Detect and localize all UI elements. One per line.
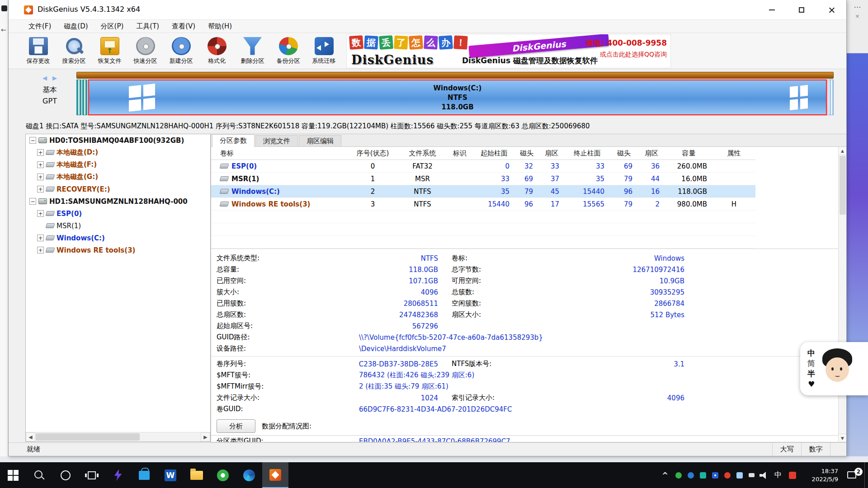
col-header[interactable]: 终止柱面: [565, 149, 610, 158]
pinned-app-green-browser[interactable]: [210, 462, 236, 488]
table-row-msr[interactable]: MSR(1) 1 MSR 33 69 37 35 79 44 16.0MB: [211, 173, 755, 185]
tree-item-esp[interactable]: ESP(0): [26, 207, 210, 220]
format-button[interactable]: 格式化: [199, 34, 235, 68]
scroll-up-arrow-icon[interactable]: [839, 147, 846, 155]
tree-item-windows-c[interactable]: Windows(C:): [26, 232, 210, 244]
tab-browse-files[interactable]: 浏览文件: [255, 135, 298, 146]
volume-tray-icon[interactable]: [758, 462, 770, 488]
expand-toggle-icon[interactable]: [37, 210, 44, 217]
maximize-button[interactable]: [787, 0, 816, 20]
scrollbar-thumb[interactable]: [840, 156, 846, 215]
table-row-esp[interactable]: ESP(0) 0 FAT32 0 32 33 33 69 36 260.0MB: [211, 160, 755, 173]
tab-partition-params[interactable]: 分区参数: [212, 134, 255, 147]
col-header[interactable]: 属性: [712, 149, 755, 158]
taskbar-app-diskgenius[interactable]: [262, 462, 288, 488]
msr-partition-segment[interactable]: [82, 80, 87, 115]
prev-disk-arrow-icon[interactable]: [40, 75, 50, 81]
col-header[interactable]: 磁头: [610, 149, 638, 158]
pinned-app-lightning[interactable]: [105, 462, 131, 488]
col-header[interactable]: 磁头: [515, 149, 538, 158]
pinned-app-store[interactable]: [131, 462, 157, 488]
tray-icon-3[interactable]: [697, 462, 709, 488]
system-migration-button[interactable]: 系统迁移: [306, 34, 342, 68]
table-row-windows-c[interactable]: Windows(C:) 2 NTFS 35 79 45 15440 96 16 …: [211, 185, 755, 198]
pinned-app-edge[interactable]: [236, 462, 262, 488]
ime-sticker-widget[interactable]: 中 简 半 ♥: [800, 342, 868, 395]
expand-toggle-icon[interactable]: [37, 174, 44, 180]
backup-partition-button[interactable]: 备份分区: [270, 34, 306, 68]
tree-item-hd1[interactable]: HD1:SAMSUNGMZNLN128HAHQ-000: [26, 195, 210, 207]
col-header[interactable]: 序号(状态): [347, 149, 399, 158]
task-view-button[interactable]: [79, 462, 105, 488]
col-header[interactable]: 容量: [665, 149, 712, 158]
search-partition-button[interactable]: 搜索分区: [56, 34, 92, 68]
quick-partition-button[interactable]: 快速分区: [127, 34, 163, 68]
col-header[interactable]: 扇区: [538, 149, 565, 158]
expand-toggle-icon[interactable]: [37, 235, 44, 241]
tree-item-windows-re[interactable]: Windows RE tools(3): [26, 244, 210, 256]
analyze-button[interactable]: 分析: [217, 419, 255, 433]
esp-partition-segment[interactable]: [76, 80, 81, 115]
col-header[interactable]: 文件系统: [399, 149, 446, 158]
col-header[interactable]: 卷标: [211, 149, 347, 158]
expand-toggle-icon[interactable]: [37, 186, 44, 192]
menu-tools[interactable]: 工具(T): [130, 20, 165, 33]
recover-files-button[interactable]: 恢复文件: [92, 34, 127, 68]
taskbar-clock[interactable]: 18:37 2022/5/9: [803, 467, 838, 483]
action-center-button[interactable]: 2: [843, 462, 864, 488]
menu-disk[interactable]: 磁盘(D): [57, 20, 94, 33]
tree-item-local-d[interactable]: 本地磁盘(D:): [26, 146, 210, 159]
expand-toggle-icon[interactable]: [37, 247, 44, 253]
ad-banner[interactable]: 数 据 丢 了 怎 么 办 ！ DiskGenius DiskGenius 致电…: [346, 34, 671, 68]
tray-icon-6[interactable]: [733, 462, 745, 488]
start-button[interactable]: [0, 462, 26, 488]
expand-toggle-icon[interactable]: [37, 149, 44, 156]
scroll-down-arrow-icon[interactable]: [839, 434, 846, 442]
save-changes-button[interactable]: 保存更改: [20, 34, 56, 68]
next-disk-arrow-icon[interactable]: [50, 75, 60, 81]
tab-sector-edit[interactable]: 扇区编辑: [299, 135, 341, 146]
vertical-scrollbar[interactable]: [838, 147, 846, 442]
tree-horizontal-scrollbar[interactable]: [26, 432, 210, 441]
tray-icon-1[interactable]: [672, 462, 684, 488]
menu-file[interactable]: 文件(F): [22, 20, 57, 33]
pinned-app-file-explorer[interactable]: [184, 462, 210, 488]
table-row-windows-re[interactable]: Windows RE tools(3) 3 NTFS 15440 96 17 1…: [211, 198, 755, 211]
menu-view[interactable]: 查看(V): [165, 20, 202, 33]
tree-item-recovery-e[interactable]: RECOVERY(E:): [26, 183, 210, 195]
tree-item-local-f[interactable]: 本地磁盘(F:): [26, 159, 210, 171]
menu-partition[interactable]: 分区(P): [94, 20, 130, 33]
col-header[interactable]: 起始柱面: [473, 149, 515, 158]
windows-c-partition-segment[interactable]: Windows(C:) NTFS 118.0GB: [88, 80, 827, 115]
re-tools-partition-segment[interactable]: [828, 80, 834, 115]
close-button[interactable]: [816, 0, 846, 20]
scroll-left-arrow-icon[interactable]: [26, 432, 35, 441]
taskbar-search-button[interactable]: [26, 462, 52, 488]
tray-icon-4[interactable]: [709, 462, 721, 488]
menu-help[interactable]: 帮助(H): [202, 20, 238, 33]
collapse-toggle-icon[interactable]: [29, 137, 36, 144]
tray-icon-2[interactable]: [684, 462, 697, 488]
partition-segment-text: Windows(C:) NTFS 118.0GB: [89, 83, 826, 112]
scroll-right-arrow-icon[interactable]: [201, 432, 210, 441]
new-partition-button[interactable]: 新建分区: [163, 34, 199, 68]
tree-item-msr[interactable]: MSR(1): [26, 220, 210, 232]
cortana-button[interactable]: [52, 462, 79, 488]
col-header[interactable]: 扇区: [638, 149, 665, 158]
delete-partition-button[interactable]: 删除分区: [235, 34, 270, 68]
tree-item-hd0[interactable]: HD0:TOSHIBAMQ04ABF100(932GB): [26, 134, 210, 146]
tree-item-local-g[interactable]: 本地磁盘(G:): [26, 171, 210, 183]
ime-indicator[interactable]: 中: [770, 470, 786, 480]
ad-qq-link[interactable]: 或点击此处选择QQ咨询: [586, 51, 667, 59]
tray-icon-5[interactable]: [721, 462, 733, 488]
pinned-app-word[interactable]: [157, 462, 184, 488]
collapse-toggle-icon[interactable]: [29, 198, 36, 205]
expand-toggle-icon[interactable]: [37, 161, 44, 168]
minimize-button[interactable]: [757, 0, 787, 20]
scrollbar-thumb[interactable]: [36, 433, 140, 441]
hidden-icons-caret-icon[interactable]: [658, 471, 672, 480]
tray-icon-red-app[interactable]: [786, 462, 798, 488]
power-plug-tray-icon[interactable]: [745, 462, 758, 488]
col-header[interactable]: 标识: [446, 149, 473, 158]
show-desktop-button[interactable]: [864, 462, 868, 488]
